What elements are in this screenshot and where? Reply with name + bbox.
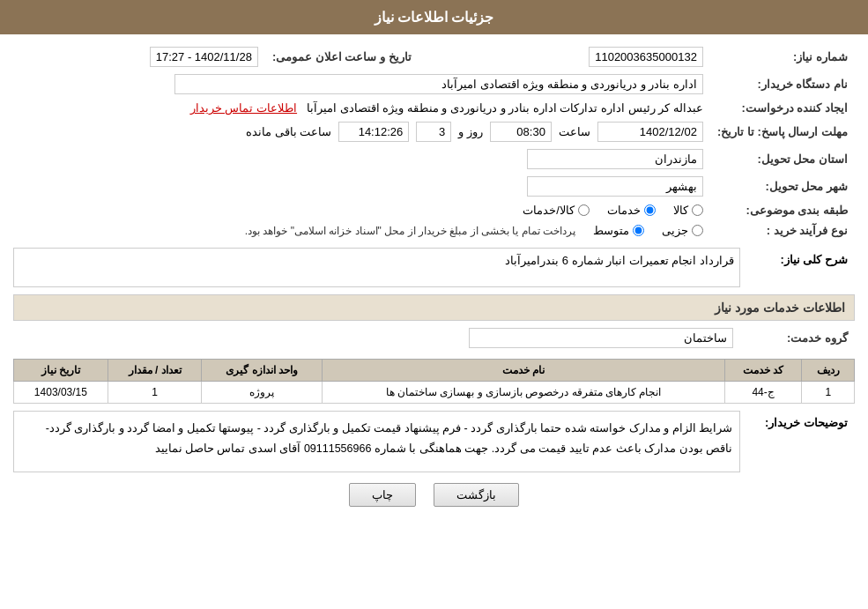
sharh-value-box: قرارداد انجام تعمیرات انبار شماره 6 بندر… [13, 248, 740, 287]
col-vahed: واحد اندازه گیری [202, 360, 323, 382]
tawzihat-section: توضیحات خریدار: شرایط الزام و مدارک خواس… [13, 411, 855, 472]
col-tarikh: تاریخ نیاز [14, 360, 108, 382]
farayand-label: نوع فرآیند خرید : [710, 220, 855, 241]
radio-jozei-input[interactable] [692, 225, 703, 236]
bazgasht-button[interactable]: بازگشت [434, 483, 519, 507]
saat-mande-label: ساعت باقی مانده [246, 125, 331, 138]
radio-kala-khadamat-label: کالا/خدمات [523, 204, 575, 217]
sharh-value: قرارداد انجام تعمیرات انبار شماره 6 بندر… [505, 254, 734, 267]
roz-label: روز و [458, 125, 483, 138]
farayand-radio-group: جزیی متوسط پرداخت تمام یا بخشی از مبلغ خ… [20, 224, 703, 237]
radio-kala-khadamat: کالا/خدمات [523, 204, 590, 217]
row-mohlat: مهلت ارسال پاسخ: تا تاریخ: 1402/12/02 سا… [13, 118, 855, 145]
cell-tarikh: 1403/03/15 [14, 382, 108, 404]
col-nam: نام خدمت [323, 360, 725, 382]
dastgah-value: اداره بنادر و دریانوردی و منطقه ویژه اقت… [174, 74, 703, 94]
tarikh-elan-label: تاریخ و ساعت اعلان عمومی: [265, 43, 447, 71]
goroh-label: گروه خدمت: [740, 324, 855, 352]
radio-jozei-label: جزیی [662, 224, 688, 237]
radio-motawaset-label: متوسط [593, 224, 629, 237]
row-dastgah: نام دستگاه خریدار: اداره بنادر و دریانور… [13, 71, 855, 98]
ostan-value: مازندران [527, 149, 703, 169]
saat-label: ساعت [559, 125, 590, 138]
radio-khadamat-label: خدمات [607, 204, 641, 217]
row-ijad: ایجاد کننده درخواست: عبداله کر رئیس ادار… [13, 98, 855, 118]
radio-khadamat: خدمات [607, 204, 656, 217]
sharh-label: شرح کلی نیاز: [740, 248, 855, 271]
row-shomara: شماره نیاز: 1102003635000132 تاریخ و ساع… [13, 43, 855, 71]
row-goroh: گروه خدمت: ساختمان [13, 324, 855, 352]
tarikh-elan-value: 1402/11/28 - 17:27 [150, 47, 258, 67]
cell-kod: ج-44 [724, 382, 802, 404]
khadamat-table-body: 1 ج-44 انجام کارهای متفرقه درخصوص بازساز… [14, 382, 855, 404]
tabaqe-radio-group: کالا خدمات کالا/خدمات [20, 204, 703, 217]
farayand-note: پرداخت تمام یا بخشی از مبلغ خریدار از مح… [245, 225, 575, 237]
shahr-label: شهر محل تحویل: [710, 173, 855, 200]
radio-motawaset-input[interactable] [633, 225, 644, 236]
tawzihat-label: توضیحات خریدار: [740, 411, 855, 434]
shahr-value: بهشهر [527, 176, 703, 197]
shomara-label: شماره نیاز: [710, 43, 855, 71]
cell-vahed: پروژه [202, 382, 323, 404]
table-row: 1 ج-44 انجام کارهای متفرقه درخصوص بازساز… [14, 382, 855, 404]
radio-kala-khadamat-input[interactable] [578, 204, 590, 216]
tawzihat-value: شرایط الزام و مدارک خواسته شده حتما بارگ… [46, 422, 732, 455]
ijad-label: ایجاد کننده درخواست: [710, 98, 855, 118]
row-ostan: استان محل تحویل: مازندران [13, 145, 855, 173]
content-area: شماره نیاز: 1102003635000132 تاریخ و ساع… [0, 34, 868, 526]
col-tedad: تعداد / مقدار [108, 360, 202, 382]
goroh-table: گروه خدمت: ساختمان [13, 324, 855, 352]
page-header: جزئیات اطلاعات نیاز [0, 0, 868, 34]
table-header-row: ردیف کد خدمت نام خدمت واحد اندازه گیری ت… [14, 360, 855, 382]
goroh-value: ساختمان [469, 328, 733, 348]
radio-khadamat-input[interactable] [644, 204, 656, 216]
col-kod: کد خدمت [724, 360, 802, 382]
chap-button[interactable]: چاپ [349, 483, 416, 507]
radio-kala-input[interactable] [692, 204, 703, 216]
khadamat-section-header: اطلاعات خدمات مورد نیاز [13, 294, 855, 321]
khadamat-table-head: ردیف کد خدمت نام خدمت واحد اندازه گیری ت… [14, 360, 855, 382]
ijad-value: عبداله کر رئیس اداره تدارکات اداره بنادر… [307, 101, 703, 115]
saat-value: 08:30 [490, 122, 552, 142]
tawzihat-box: شرایط الزام و مدارک خواسته شده حتما بارگ… [13, 411, 740, 472]
ostan-label: استان محل تحویل: [710, 145, 855, 173]
cell-tedad: 1 [108, 382, 202, 404]
saat-mande-value: 14:12:26 [338, 122, 409, 142]
col-radif: ردیف [802, 360, 855, 382]
cell-radif: 1 [802, 382, 855, 404]
buttons-row: بازگشت چاپ [13, 483, 855, 507]
row-shahr: شهر محل تحویل: بهشهر [13, 173, 855, 200]
mohlat-label: مهلت ارسال پاسخ: تا تاریخ: [710, 118, 855, 145]
radio-jozei: جزیی [662, 224, 703, 237]
date-row: 1402/12/02 ساعت 08:30 روز و 3 14:12:26 س… [20, 122, 703, 142]
cell-nam: انجام کارهای متفرقه درخصوص بازسازی و بهس… [323, 382, 725, 404]
radio-kala: کالا [673, 204, 703, 217]
page-title: جزئیات اطلاعات نیاز [375, 10, 494, 25]
tabaqe-label: طبقه بندی موضوعی: [710, 200, 855, 220]
sharh-section: شرح کلی نیاز: قرارداد انجام تعمیرات انبا… [13, 248, 855, 287]
row-farayand: نوع فرآیند خرید : جزیی متوسط پرداخت تمام… [13, 220, 855, 241]
contact-link[interactable]: اطلاعات تماس خریدار [190, 101, 297, 115]
row-tabaqe: طبقه بندی موضوعی: کالا خدمات [13, 200, 855, 220]
page-wrapper: جزئیات اطلاعات نیاز شماره نیاز: 11020036… [0, 0, 868, 609]
tarikh-value: 1402/12/02 [597, 122, 703, 142]
shomara-value: 1102003635000132 [589, 47, 703, 67]
info-table: شماره نیاز: 1102003635000132 تاریخ و ساع… [13, 43, 855, 241]
khadamat-table: ردیف کد خدمت نام خدمت واحد اندازه گیری ت… [13, 359, 855, 404]
radio-motawaset: متوسط [593, 224, 644, 237]
radio-kala-label: کالا [673, 204, 688, 217]
dastgah-label: نام دستگاه خریدار: [710, 71, 855, 98]
roz-value: 3 [416, 122, 451, 142]
